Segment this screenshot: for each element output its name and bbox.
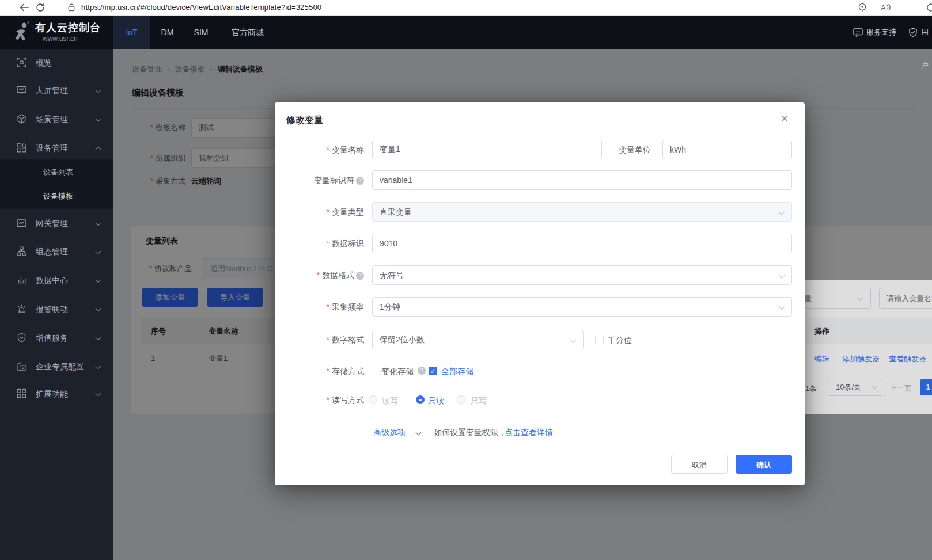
back-icon[interactable]	[18, 2, 30, 13]
edit-variable-modal: 修改变量 变量名称 变量单位 变量标识符 变量类型 直采变量 数据标识	[275, 102, 805, 485]
sidebar-item-scada-mgmt[interactable]: 组态管理	[0, 238, 113, 265]
chevron-down-icon	[96, 87, 101, 93]
storage-change-checkbox[interactable]	[369, 367, 377, 375]
thousands-label: 千分位	[608, 336, 632, 345]
number-format-label: 数字格式	[275, 330, 364, 349]
row-data-id: 数据标识	[275, 234, 805, 253]
usr-logo-icon[interactable]	[13, 21, 32, 44]
advanced-options-toggle[interactable]: 高级选项	[373, 428, 406, 438]
identifier-input[interactable]	[372, 170, 792, 190]
nav-tab-sim[interactable]: SIM	[184, 16, 218, 49]
sidebar-item-device-list[interactable]: 设备列表	[0, 160, 113, 184]
modal-title: 修改变量	[286, 115, 323, 127]
sidebar-item-value-added[interactable]: 增值服务	[0, 324, 113, 352]
rw-read-write-radio[interactable]	[369, 395, 377, 404]
variable-name-input[interactable]	[372, 140, 602, 159]
sidebar: 概览 大屏管理 场景管理 设备管理 设备列表 设备模板 网关管理 组态	[0, 49, 113, 560]
nav-user[interactable]: 用户	[921, 16, 932, 49]
chevron-down-icon	[96, 391, 101, 397]
browser-more-icon[interactable]	[925, 2, 932, 13]
row-storage-mode: 存储方式 变化存储 全部存储	[275, 363, 805, 380]
overview-icon	[17, 58, 26, 67]
page-1-button[interactable]: 1	[920, 379, 932, 395]
sidebar-item-overview[interactable]: 概览	[0, 49, 113, 77]
chevron-down-icon	[872, 384, 877, 389]
chevron-down-icon	[778, 208, 785, 215]
permission-detail-link[interactable]: 点击查看详情	[505, 428, 553, 438]
col-action: 操作	[814, 318, 829, 344]
rw-mode-label: 读写方式	[275, 391, 364, 409]
row-variable-type: 变量类型 直采变量	[275, 202, 805, 222]
rw-read-only-radio[interactable]	[416, 395, 425, 404]
row-frequency: 采集频率 1分钟	[275, 297, 805, 317]
number-format-select[interactable]: 保留2位小数	[372, 330, 584, 349]
confirm-button[interactable]: 确认	[736, 455, 792, 474]
sidebar-item-enterprise[interactable]: 企业专属配置	[0, 353, 113, 380]
variable-search-input[interactable]	[879, 288, 932, 309]
cancel-button[interactable]: 取消	[671, 455, 728, 474]
sidebar-item-device-template[interactable]: 设备模板	[0, 184, 113, 208]
sidebar-item-alarm-link[interactable]: 报警联动	[0, 295, 113, 323]
chevron-up-icon	[96, 147, 101, 153]
chevron-down-icon	[416, 430, 422, 436]
nav-tab-store[interactable]: 官方商城	[222, 16, 274, 49]
logo-title[interactable]: 有人云控制台	[35, 21, 101, 35]
rw-write-only-label: 只写	[471, 396, 487, 405]
data-format-value: 无符号	[380, 271, 404, 280]
sidebar-item-screen-mgmt[interactable]: 大屏管理	[0, 77, 113, 104]
pagination-total: 1条	[805, 383, 817, 394]
help-icon[interactable]	[418, 367, 426, 375]
prev-page-button[interactable]: 上一页	[889, 383, 912, 394]
help-icon[interactable]	[356, 272, 364, 280]
gateway-chart-icon	[17, 218, 26, 228]
chevron-down-icon	[778, 272, 785, 278]
page-size-select[interactable]: 10条/页	[828, 379, 882, 396]
scene-cube-icon	[17, 114, 26, 124]
add-trigger-link[interactable]: 添加触发器	[842, 354, 880, 364]
alarm-icon	[17, 304, 26, 314]
lock-icon[interactable]	[67, 3, 78, 14]
close-icon[interactable]	[778, 113, 791, 125]
sidebar-item-extensions[interactable]: 扩展功能	[0, 380, 113, 407]
nav-support[interactable]: 服务支持	[866, 16, 896, 49]
variable-unit-label: 变量单位	[573, 140, 651, 159]
nav-tab-iot[interactable]: IoT	[113, 16, 150, 49]
variable-unit-input[interactable]	[662, 140, 792, 159]
row-identifier: 变量标识符	[275, 170, 805, 190]
read-aloud-icon[interactable]: A	[880, 2, 891, 13]
edit-link[interactable]: 编辑	[814, 354, 829, 364]
locate-icon[interactable]	[857, 2, 868, 13]
sidebar-item-scene-mgmt[interactable]: 场景管理	[0, 105, 113, 133]
sidebar-item-gateway-mgmt[interactable]: 网关管理	[0, 209, 113, 237]
user-shield-icon	[908, 28, 918, 37]
nav-tab-dm[interactable]: DM	[151, 16, 183, 49]
svg-text:A: A	[881, 3, 886, 12]
reload-icon[interactable]	[35, 2, 46, 13]
logo-subtitle: www.usr.cn	[43, 35, 78, 43]
data-id-input[interactable]	[372, 234, 792, 253]
modal-footer: 取消 确认	[275, 455, 805, 474]
frequency-value: 1分钟	[380, 302, 400, 311]
badge-icon	[17, 333, 26, 342]
address-bar[interactable]: https://mp.usr.cn/#/cloud/device/ViewEdi…	[81, 3, 321, 12]
frequency-select[interactable]: 1分钟	[372, 297, 792, 317]
extensions-grid-icon	[17, 388, 26, 398]
data-id-label: 数据标识	[275, 234, 364, 253]
number-format-value: 保留2位小数	[380, 335, 425, 344]
storage-all-checkbox[interactable]	[429, 367, 437, 375]
rw-write-only-radio[interactable]	[457, 395, 465, 404]
variable-type-label: 变量类型	[275, 202, 364, 222]
thousands-checkbox[interactable]	[595, 336, 604, 344]
big-screen-icon	[17, 85, 26, 95]
device-grid-icon	[17, 143, 26, 153]
chevron-down-icon	[96, 364, 101, 369]
view-trigger-link[interactable]: 查看触发器	[889, 354, 926, 364]
variable-type-select[interactable]: 直采变量	[372, 202, 792, 222]
data-format-select[interactable]: 无符号	[372, 265, 792, 285]
permission-hint: 如何设置变量权限，	[434, 428, 506, 438]
sidebar-item-data-center[interactable]: 数据中心	[0, 266, 113, 294]
chevron-down-icon	[858, 295, 863, 301]
help-icon[interactable]	[356, 177, 364, 185]
sidebar-item-device-mgmt[interactable]: 设备管理	[0, 134, 113, 162]
chevron-down-icon	[96, 335, 101, 341]
